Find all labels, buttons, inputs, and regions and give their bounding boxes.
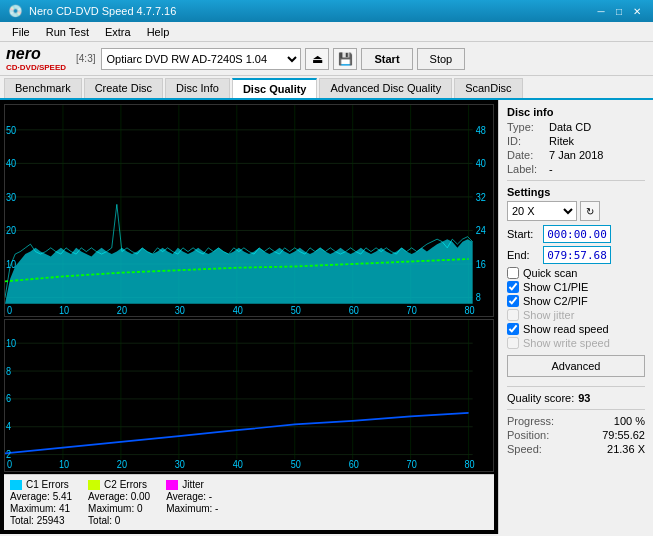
svg-text:40: 40: [233, 459, 244, 471]
menu-run-test[interactable]: Run Test: [38, 24, 97, 40]
tab-disc-quality[interactable]: Disc Quality: [232, 78, 318, 98]
svg-text:8: 8: [476, 291, 481, 303]
progress-label: Progress:: [507, 415, 554, 427]
svg-text:50: 50: [291, 459, 302, 471]
svg-text:50: 50: [291, 304, 301, 316]
legend-jitter: Jitter Average: - Maximum: -: [166, 479, 218, 526]
svg-text:20: 20: [6, 224, 16, 236]
tab-advanced-disc-quality[interactable]: Advanced Disc Quality: [319, 78, 452, 98]
jitter-max: Maximum: -: [166, 503, 218, 514]
c1-label: C1 Errors: [26, 479, 69, 490]
speed-select[interactable]: 20 X: [507, 201, 577, 221]
title-bar-icon: 💿: [8, 4, 23, 18]
advanced-button[interactable]: Advanced: [507, 355, 645, 377]
svg-text:32: 32: [476, 191, 486, 203]
type-value: Data CD: [549, 121, 591, 133]
eject-button[interactable]: ⏏: [305, 48, 329, 70]
drive-select[interactable]: Optiarc DVD RW AD-7240S 1.04: [101, 48, 301, 70]
save-button[interactable]: 💾: [333, 48, 357, 70]
write-speed-row: Show write speed: [507, 337, 645, 349]
svg-text:10: 10: [6, 337, 17, 349]
start-button[interactable]: Start: [361, 48, 412, 70]
date-value: 7 Jan 2018: [549, 149, 603, 161]
menu-file[interactable]: File: [4, 24, 38, 40]
logo-nero: nero: [6, 45, 66, 63]
close-button[interactable]: ✕: [629, 4, 645, 18]
minimize-button[interactable]: ─: [593, 4, 609, 18]
disc-label-value: -: [549, 163, 553, 175]
tab-benchmark[interactable]: Benchmark: [4, 78, 82, 98]
svg-text:30: 30: [175, 459, 186, 471]
jitter-row: Show jitter: [507, 309, 645, 321]
write-speed-label: Show write speed: [523, 337, 610, 349]
svg-text:16: 16: [476, 258, 486, 270]
speed-row: 20 X ↻: [507, 201, 645, 221]
right-panel: Disc info Type: Data CD ID: Ritek Date: …: [498, 100, 653, 534]
quality-score-label: Quality score:: [507, 392, 574, 404]
svg-text:10: 10: [6, 258, 16, 270]
progress-value: 100 %: [614, 415, 645, 427]
quick-scan-row: Quick scan: [507, 267, 645, 279]
c1pie-checkbox[interactable]: [507, 281, 519, 293]
end-label: End:: [507, 249, 539, 261]
logo-sub: CD·DVD/SPEED: [6, 63, 66, 72]
read-speed-label: Show read speed: [523, 323, 609, 335]
jitter-avg: Average: -: [166, 491, 218, 502]
c1-avg: Average: 5.41: [10, 491, 72, 502]
position-label: Position:: [507, 429, 549, 441]
position-value: 79:55.62: [602, 429, 645, 441]
start-input[interactable]: [543, 225, 611, 243]
c1-total: Total: 25943: [10, 515, 72, 526]
jitter-label: Show jitter: [523, 309, 574, 321]
write-speed-checkbox[interactable]: [507, 337, 519, 349]
refresh-button[interactable]: ↻: [580, 201, 600, 221]
menu-extra[interactable]: Extra: [97, 24, 139, 40]
svg-text:60: 60: [349, 459, 360, 471]
c2pif-row: Show C2/PIF: [507, 295, 645, 307]
svg-text:30: 30: [6, 191, 16, 203]
svg-text:40: 40: [476, 157, 486, 169]
end-input[interactable]: [543, 246, 611, 264]
svg-text:48: 48: [476, 124, 486, 136]
logo: nero CD·DVD/SPEED: [6, 45, 66, 72]
type-label: Type:: [507, 121, 545, 133]
jitter-checkbox[interactable]: [507, 309, 519, 321]
svg-text:6: 6: [6, 393, 12, 405]
svg-text:80: 80: [465, 459, 476, 471]
progress-row: Progress: 100 %: [507, 415, 645, 427]
end-time-row: End:: [507, 246, 645, 264]
legend-c2: C2 Errors Average: 0.00 Maximum: 0 Total…: [88, 479, 150, 526]
svg-text:10: 10: [59, 459, 70, 471]
svg-text:4: 4: [6, 421, 12, 433]
stop-button[interactable]: Stop: [417, 48, 466, 70]
start-time-row: Start:: [507, 225, 645, 243]
svg-text:50: 50: [6, 124, 16, 136]
menu-help[interactable]: Help: [139, 24, 178, 40]
position-row: Position: 79:55.62: [507, 429, 645, 441]
tab-disc-info[interactable]: Disc Info: [165, 78, 230, 98]
svg-text:40: 40: [233, 304, 243, 316]
read-speed-checkbox[interactable]: [507, 323, 519, 335]
quality-score-row: Quality score: 93: [507, 392, 645, 404]
c2-label: C2 Errors: [104, 479, 147, 490]
maximize-button[interactable]: □: [611, 4, 627, 18]
tab-scandisc[interactable]: ScanDisc: [454, 78, 522, 98]
quick-scan-checkbox[interactable]: [507, 267, 519, 279]
svg-text:8: 8: [6, 365, 12, 377]
title-bar: 💿 Nero CD-DVD Speed 4.7.7.16 ─ □ ✕: [0, 0, 653, 22]
svg-text:70: 70: [407, 304, 417, 316]
svg-text:0: 0: [7, 304, 12, 316]
speed-label: Speed:: [507, 443, 542, 455]
main-content: 48 40 32 24 16 8 50 40 30 20 10 0 10 20 …: [0, 100, 653, 534]
drive-label: [4:3]: [76, 53, 95, 64]
svg-text:70: 70: [407, 459, 418, 471]
tab-create-disc[interactable]: Create Disc: [84, 78, 163, 98]
date-label: Date:: [507, 149, 545, 161]
svg-text:10: 10: [59, 304, 69, 316]
c2pif-checkbox[interactable]: [507, 295, 519, 307]
menu-bar: File Run Test Extra Help: [0, 22, 653, 42]
quality-score-value: 93: [578, 392, 590, 404]
id-label: ID:: [507, 135, 545, 147]
legend-c1: C1 Errors Average: 5.41 Maximum: 41 Tota…: [10, 479, 72, 526]
jitter-label: Jitter: [182, 479, 204, 490]
